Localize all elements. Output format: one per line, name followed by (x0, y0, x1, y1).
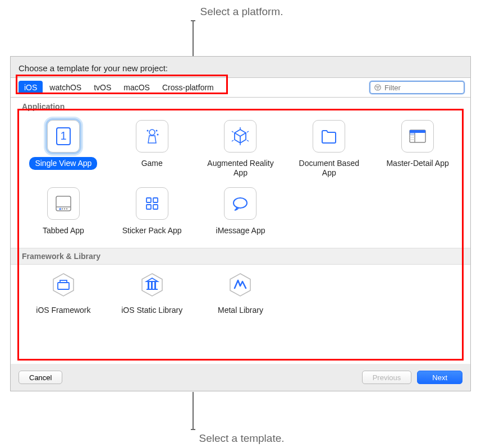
svg-point-22 (66, 208, 67, 209)
svg-point-27 (233, 198, 247, 208)
filter-field[interactable] (369, 81, 465, 94)
template-label: Tabbed App (37, 224, 90, 237)
application-grid: 1 Single View App Game Augmented Reality… (11, 114, 470, 248)
svg-point-7 (146, 130, 148, 132)
template-single-view-app[interactable]: 1 Single View App (22, 120, 105, 179)
callout-top: Select a platform. (0, 6, 481, 57)
svg-text:1: 1 (60, 130, 66, 142)
svg-rect-35 (154, 281, 156, 289)
next-button[interactable]: Next (417, 371, 462, 384)
template-master-detail[interactable]: Master-Detail App (376, 120, 459, 179)
platform-tab-bar: iOS watchOS tvOS macOS Cross-platform (11, 77, 470, 98)
callout-bottom: Select a template. (0, 392, 481, 445)
template-label: Document Based App (287, 157, 370, 179)
svg-rect-25 (146, 205, 151, 209)
template-ios-static-library[interactable]: iOS Static Library (111, 270, 194, 317)
callout-bottom-line (193, 392, 194, 430)
callout-bottom-label: Select a template. (199, 432, 284, 445)
template-label: Metal Library (212, 304, 269, 317)
tab-watchos[interactable]: watchOS (44, 81, 87, 94)
previous-button: Previous (362, 371, 412, 384)
master-detail-icon (401, 120, 434, 153)
sticker-icon (136, 187, 168, 220)
template-label: Sticker Pack App (117, 224, 187, 237)
template-game[interactable]: Game (111, 120, 194, 179)
template-label: Augmented Reality App (199, 157, 282, 179)
template-document-based[interactable]: Document Based App (287, 120, 370, 179)
svg-rect-34 (151, 281, 153, 289)
svg-marker-28 (53, 274, 74, 296)
tab-crossplatform[interactable]: Cross-platform (157, 81, 219, 94)
new-project-sheet: Choose a template for your new project: … (10, 56, 471, 391)
svg-rect-11 (410, 130, 425, 133)
svg-rect-26 (153, 205, 158, 209)
svg-text:★: ★ (58, 206, 62, 210)
svg-rect-13 (410, 133, 415, 135)
template-ios-framework[interactable]: iOS Framework (22, 270, 105, 317)
filter-icon (374, 84, 382, 91)
imessage-icon (224, 187, 256, 220)
template-tabbed-app[interactable]: ★ Tabbed App (22, 187, 105, 237)
prompt-label: Choose a template for your new project: (11, 57, 470, 77)
template-sticker-pack[interactable]: Sticker Pack App (111, 187, 194, 237)
svg-point-9 (157, 134, 158, 136)
framework-icon (49, 270, 78, 299)
template-content: Application 1 Single View App Game Augme… (11, 98, 470, 364)
template-augmented-reality[interactable]: Augmented Reality App (199, 120, 282, 179)
template-imessage[interactable]: iMessage App (199, 187, 282, 237)
game-icon (136, 120, 168, 153)
single-view-app-icon: 1 (47, 120, 80, 153)
template-label: iOS Framework (30, 304, 96, 317)
document-icon (313, 120, 345, 153)
svg-rect-33 (148, 281, 149, 289)
template-label: Master-Detail App (381, 157, 454, 170)
template-label: iMessage App (210, 224, 271, 237)
static-library-icon (138, 270, 167, 299)
framework-grid: iOS Framework iOS Static Library Metal L… (11, 265, 470, 328)
footer: Cancel Previous Next (11, 364, 470, 391)
template-metal-library[interactable]: Metal Library (199, 270, 282, 317)
tab-tvos[interactable]: tvOS (88, 81, 117, 94)
metal-icon (226, 270, 255, 299)
cancel-button[interactable]: Cancel (19, 371, 62, 384)
svg-point-6 (149, 130, 155, 135)
filter-input[interactable] (384, 84, 460, 92)
svg-point-8 (155, 130, 157, 132)
platform-tabs: iOS watchOS tvOS macOS Cross-platform (16, 80, 222, 95)
tabbed-icon: ★ (47, 187, 80, 220)
template-label: Game (136, 157, 168, 170)
section-header-application: Application (11, 98, 470, 114)
callout-top-label: Select a platform. (200, 6, 283, 18)
tab-ios[interactable]: iOS (19, 81, 43, 94)
svg-rect-24 (153, 198, 158, 202)
ar-icon (224, 120, 256, 153)
callout-top-line (193, 20, 194, 57)
svg-point-20 (62, 208, 63, 209)
template-label: iOS Static Library (116, 304, 188, 317)
template-label: Single View App (29, 157, 97, 170)
section-header-framework: Framework & Library (11, 248, 470, 265)
tab-macos[interactable]: macOS (118, 81, 155, 94)
svg-point-21 (64, 208, 65, 209)
svg-rect-23 (146, 198, 151, 202)
